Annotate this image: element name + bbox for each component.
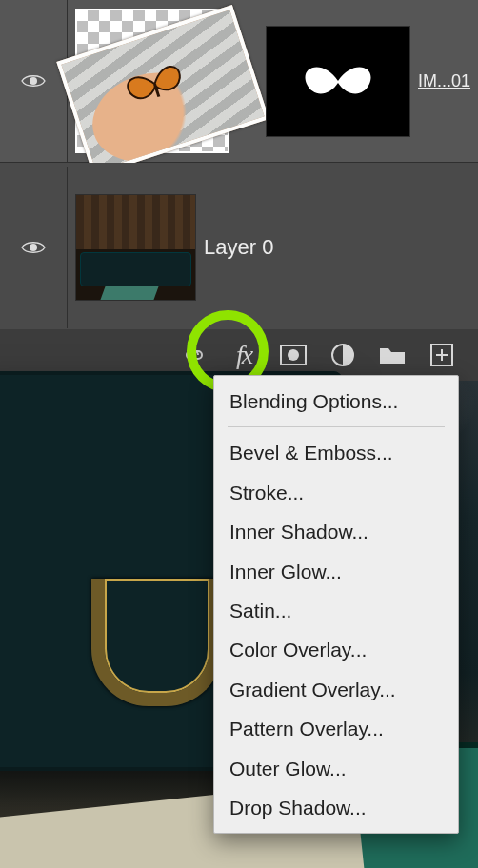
menu-item-inner-glow[interactable]: Inner Glow...: [214, 552, 458, 591]
menu-item-stroke[interactable]: Stroke...: [214, 473, 458, 512]
layer-row-butterfly[interactable]: IM...01: [0, 0, 478, 163]
layer-style-fx-icon[interactable]: fx: [230, 342, 257, 368]
menu-item-pattern-overlay[interactable]: Pattern Overlay...: [214, 709, 458, 748]
svg-point-4: [288, 349, 299, 361]
new-group-icon[interactable]: [379, 342, 406, 368]
layer-mask-thumbnail[interactable]: [266, 26, 410, 137]
menu-item-inner-shadow[interactable]: Inner Shadow...: [214, 512, 458, 551]
visibility-icon[interactable]: [21, 239, 46, 256]
svg-point-0: [30, 77, 37, 85]
visibility-icon[interactable]: [21, 72, 46, 89]
layer-mask-icon[interactable]: [280, 342, 307, 368]
link-layers-icon[interactable]: [181, 342, 208, 368]
mask-shape: [301, 61, 375, 101]
adjustment-layer-icon[interactable]: [329, 342, 356, 368]
new-layer-icon[interactable]: [428, 342, 455, 368]
menu-item-drop-shadow[interactable]: Drop Shadow...: [214, 788, 458, 827]
layers-panel: IM...01 Layer 0 fx: [0, 0, 478, 381]
menu-item-satin[interactable]: Satin...: [214, 591, 458, 630]
thumbnail-image: [56, 5, 269, 176]
menu-item-outer-glow[interactable]: Outer Glow...: [214, 749, 458, 788]
layer-name[interactable]: IM...01: [418, 71, 478, 91]
layer-thumbnail[interactable]: [75, 9, 229, 153]
layer-row-layer0[interactable]: Layer 0: [0, 163, 478, 333]
menu-item-color-overlay[interactable]: Color Overlay...: [214, 630, 458, 669]
menu-item-gradient-overlay[interactable]: Gradient Overlay...: [214, 670, 458, 709]
menu-item-blending-options[interactable]: Blending Options...: [214, 382, 458, 421]
menu-item-bevel-emboss[interactable]: Bevel & Emboss...: [214, 433, 458, 472]
svg-point-2: [30, 244, 37, 251]
layer-style-menu: Blending Options... Bevel & Emboss... St…: [213, 375, 459, 834]
menu-separator: [228, 426, 445, 427]
layer-thumbnail[interactable]: [75, 194, 196, 301]
layer-name[interactable]: Layer 0: [204, 235, 478, 260]
